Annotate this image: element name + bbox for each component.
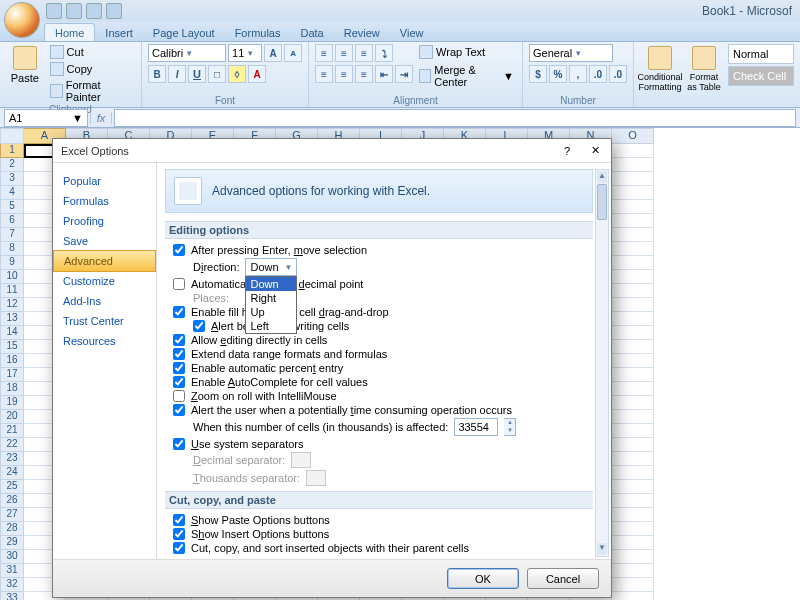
row-header-13[interactable]: 13 — [0, 312, 24, 326]
row-header-14[interactable]: 14 — [0, 326, 24, 340]
nav-resources[interactable]: Resources — [53, 331, 156, 351]
tab-view[interactable]: View — [390, 24, 434, 41]
close-button[interactable]: ✕ — [587, 143, 603, 159]
cell[interactable] — [612, 256, 654, 270]
cell[interactable] — [612, 522, 654, 536]
cell[interactable] — [612, 438, 654, 452]
chk-paste-opts[interactable] — [173, 514, 185, 526]
cell[interactable] — [612, 396, 654, 410]
row-header-25[interactable]: 25 — [0, 480, 24, 494]
comma-button[interactable]: , — [569, 65, 587, 83]
row-header-10[interactable]: 10 — [0, 270, 24, 284]
row-header-15[interactable]: 15 — [0, 340, 24, 354]
cell[interactable] — [612, 592, 654, 600]
cell[interactable] — [612, 214, 654, 228]
cell[interactable] — [612, 172, 654, 186]
cell[interactable] — [612, 578, 654, 592]
cell[interactable] — [612, 186, 654, 200]
nav-addins[interactable]: Add-Ins — [53, 291, 156, 311]
chk-cut-sort[interactable] — [173, 542, 185, 554]
cells-spinner[interactable]: ▲▼ — [504, 418, 516, 436]
qat-redo-icon[interactable] — [86, 3, 102, 19]
dd-left[interactable]: Left — [246, 319, 296, 333]
row-header-5[interactable]: 5 — [0, 200, 24, 214]
select-all-corner[interactable] — [0, 128, 24, 144]
row-header-23[interactable]: 23 — [0, 452, 24, 466]
chk-auto-percent[interactable] — [173, 362, 185, 374]
scroll-thumb[interactable] — [597, 184, 607, 220]
cell[interactable] — [612, 382, 654, 396]
cut-button[interactable]: Cut — [48, 44, 135, 60]
nav-customize[interactable]: Customize — [53, 271, 156, 291]
cell[interactable] — [612, 228, 654, 242]
cells-affected-input[interactable] — [454, 418, 498, 436]
nav-save[interactable]: Save — [53, 231, 156, 251]
cell[interactable] — [612, 368, 654, 382]
fill-color-button[interactable]: ◊ — [228, 65, 246, 83]
conditional-formatting-button[interactable]: Conditional Formatting — [640, 44, 680, 94]
row-header-12[interactable]: 12 — [0, 298, 24, 312]
font-size-combo[interactable]: 11▼ — [228, 44, 262, 62]
cell[interactable] — [612, 452, 654, 466]
name-box[interactable]: A1▼ — [4, 109, 88, 127]
row-header-17[interactable]: 17 — [0, 368, 24, 382]
cell[interactable] — [612, 144, 654, 158]
merge-center-button[interactable]: Merge & Center▼ — [417, 63, 516, 89]
row-header-9[interactable]: 9 — [0, 256, 24, 270]
wrap-text-button[interactable]: Wrap Text — [417, 44, 516, 60]
chk-alert-time[interactable] — [173, 404, 185, 416]
row-header-33[interactable]: 33 — [0, 592, 24, 600]
cell[interactable] — [612, 312, 654, 326]
font-name-combo[interactable]: Calibri▼ — [148, 44, 226, 62]
cell[interactable] — [612, 564, 654, 578]
qat-save-icon[interactable] — [46, 3, 62, 19]
chk-insert-opts[interactable] — [173, 528, 185, 540]
chk-fill-handle[interactable] — [173, 306, 185, 318]
row-header-27[interactable]: 27 — [0, 508, 24, 522]
tab-home[interactable]: Home — [44, 23, 95, 41]
indent-inc-button[interactable]: ⇥ — [395, 65, 413, 83]
style-check-cell[interactable]: Check Cell — [728, 66, 794, 86]
cell[interactable] — [612, 480, 654, 494]
decrease-decimal-button[interactable]: .0 — [609, 65, 627, 83]
dd-up[interactable]: Up — [246, 305, 296, 319]
chk-after-enter[interactable] — [173, 244, 185, 256]
row-header-1[interactable]: 1 — [0, 144, 24, 158]
fx-icon[interactable]: fx — [90, 112, 112, 124]
row-header-2[interactable]: 2 — [0, 158, 24, 172]
row-header-16[interactable]: 16 — [0, 354, 24, 368]
nav-advanced[interactable]: Advanced — [53, 250, 156, 272]
chk-alert-overwrite[interactable] — [193, 320, 205, 332]
align-bottom-button[interactable]: ≡ — [355, 44, 373, 62]
row-header-20[interactable]: 20 — [0, 410, 24, 424]
nav-popular[interactable]: Popular — [53, 171, 156, 191]
row-header-7[interactable]: 7 — [0, 228, 24, 242]
cell[interactable] — [612, 200, 654, 214]
align-middle-button[interactable]: ≡ — [335, 44, 353, 62]
row-header-31[interactable]: 31 — [0, 564, 24, 578]
row-header-24[interactable]: 24 — [0, 466, 24, 480]
dd-right[interactable]: Right — [246, 291, 296, 305]
chk-extend-formats[interactable] — [173, 348, 185, 360]
format-as-table-button[interactable]: Format as Table — [684, 44, 724, 94]
chk-system-sep[interactable] — [173, 438, 185, 450]
align-right-button[interactable]: ≡ — [355, 65, 373, 83]
chk-intellimouse[interactable] — [173, 390, 185, 402]
dd-down[interactable]: Down — [246, 277, 296, 291]
cell[interactable] — [612, 424, 654, 438]
nav-trust-center[interactable]: Trust Center — [53, 311, 156, 331]
cell[interactable] — [612, 158, 654, 172]
bold-button[interactable]: B — [148, 65, 166, 83]
row-header-26[interactable]: 26 — [0, 494, 24, 508]
cell[interactable] — [612, 270, 654, 284]
align-top-button[interactable]: ≡ — [315, 44, 333, 62]
cell[interactable] — [612, 508, 654, 522]
percent-button[interactable]: % — [549, 65, 567, 83]
ok-button[interactable]: OK — [447, 568, 519, 589]
chk-autocomplete[interactable] — [173, 376, 185, 388]
copy-button[interactable]: Copy — [48, 61, 135, 77]
row-header-3[interactable]: 3 — [0, 172, 24, 186]
format-painter-button[interactable]: Format Painter — [48, 78, 135, 104]
row-header-19[interactable]: 19 — [0, 396, 24, 410]
number-format-combo[interactable]: General▼ — [529, 44, 613, 62]
